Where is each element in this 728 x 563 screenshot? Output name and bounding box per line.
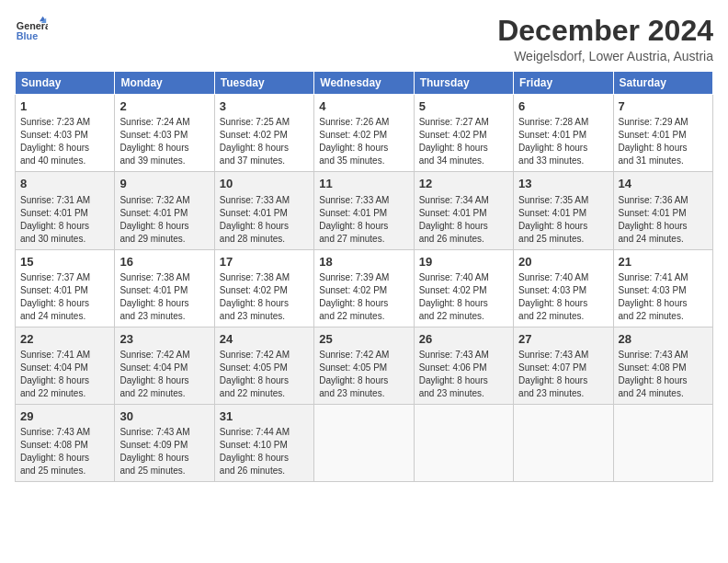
day-info: Sunrise: 7:23 AM <box>20 116 109 129</box>
day-number: 13 <box>518 176 608 192</box>
day-info: Daylight: 8 hours <box>419 220 508 233</box>
day-info: Sunset: 4:08 PM <box>20 439 109 452</box>
day-info: and 29 minutes. <box>119 233 209 246</box>
day-info: Sunrise: 7:42 AM <box>319 349 408 362</box>
day-info: and 22 minutes. <box>319 310 408 323</box>
day-info: Sunset: 4:01 PM <box>518 207 608 220</box>
day-number: 25 <box>319 331 408 348</box>
day-info: Daylight: 8 hours <box>20 297 109 310</box>
day-info: Sunset: 4:04 PM <box>119 362 209 374</box>
calendar-cell: 16Sunrise: 7:38 AMSunset: 4:01 PMDayligh… <box>115 249 214 327</box>
day-number: 20 <box>518 254 608 270</box>
day-info: Sunset: 4:01 PM <box>619 129 708 142</box>
general-blue-logo-icon: General Blue <box>15 15 48 48</box>
day-number: 3 <box>220 98 309 115</box>
day-info: Sunset: 4:07 PM <box>518 362 608 374</box>
day-info: Sunrise: 7:43 AM <box>119 426 209 439</box>
day-info: and 37 minutes. <box>220 155 309 167</box>
day-info: Sunrise: 7:32 AM <box>119 194 209 207</box>
day-info: Sunset: 4:02 PM <box>220 284 309 297</box>
day-number: 24 <box>220 331 309 348</box>
day-info: Sunrise: 7:36 AM <box>619 194 708 207</box>
day-info: and 27 minutes. <box>319 233 408 246</box>
title-block: December 2024 Weigelsdorf, Lower Austria… <box>497 15 713 63</box>
day-info: Daylight: 8 hours <box>20 220 109 233</box>
day-info: Sunset: 4:02 PM <box>319 284 408 297</box>
day-info: Sunset: 4:02 PM <box>419 129 508 142</box>
day-info: Daylight: 8 hours <box>518 374 608 387</box>
day-info: Sunset: 4:01 PM <box>20 284 109 297</box>
day-number: 18 <box>319 254 408 270</box>
page-header: General Blue December 2024 Weigelsdorf, … <box>15 15 713 63</box>
day-info: Sunrise: 7:40 AM <box>419 271 508 284</box>
calendar-cell: 29Sunrise: 7:43 AMSunset: 4:08 PMDayligh… <box>16 404 115 481</box>
day-number: 27 <box>518 331 608 348</box>
day-info: Daylight: 8 hours <box>119 374 209 387</box>
day-info: and 40 minutes. <box>20 155 109 167</box>
header-monday: Monday <box>115 72 214 95</box>
day-info: Sunrise: 7:44 AM <box>220 426 309 439</box>
day-info: Sunset: 4:04 PM <box>20 362 109 374</box>
day-info: Sunset: 4:03 PM <box>119 129 209 142</box>
day-info: and 22 minutes. <box>119 387 209 400</box>
day-number: 23 <box>119 331 209 348</box>
day-info: Daylight: 8 hours <box>119 297 209 310</box>
calendar-cell: 13Sunrise: 7:35 AMSunset: 4:01 PMDayligh… <box>514 172 613 249</box>
day-info: Sunrise: 7:24 AM <box>119 116 209 129</box>
header-sunday: Sunday <box>16 72 115 95</box>
calendar-cell: 6Sunrise: 7:28 AMSunset: 4:01 PMDaylight… <box>514 95 613 172</box>
day-info: Sunset: 4:09 PM <box>119 439 209 452</box>
calendar-week-row: 15Sunrise: 7:37 AMSunset: 4:01 PMDayligh… <box>16 249 713 327</box>
calendar-cell: 9Sunrise: 7:32 AMSunset: 4:01 PMDaylight… <box>115 172 214 249</box>
day-number: 5 <box>419 98 508 115</box>
day-info: Sunset: 4:03 PM <box>619 284 708 297</box>
calendar-cell <box>514 404 613 481</box>
day-info: Daylight: 8 hours <box>220 374 309 387</box>
day-info: and 26 minutes. <box>220 465 309 477</box>
day-info: Sunset: 4:01 PM <box>319 207 408 220</box>
day-number: 15 <box>20 254 109 270</box>
day-number: 2 <box>119 98 209 115</box>
day-info: Daylight: 8 hours <box>119 142 209 155</box>
calendar-cell: 5Sunrise: 7:27 AMSunset: 4:02 PMDaylight… <box>414 95 513 172</box>
calendar-table: SundayMondayTuesdayWednesdayThursdayFrid… <box>15 71 713 482</box>
day-info: Sunset: 4:01 PM <box>619 207 708 220</box>
day-number: 10 <box>220 176 309 192</box>
day-info: Sunrise: 7:35 AM <box>518 194 608 207</box>
day-info: and 24 minutes. <box>619 233 708 246</box>
calendar-cell: 28Sunrise: 7:43 AMSunset: 4:08 PMDayligh… <box>613 327 712 404</box>
day-info: Sunrise: 7:28 AM <box>518 116 608 129</box>
day-info: Sunrise: 7:43 AM <box>20 426 109 439</box>
calendar-cell: 15Sunrise: 7:37 AMSunset: 4:01 PMDayligh… <box>16 249 115 327</box>
calendar-cell: 18Sunrise: 7:39 AMSunset: 4:02 PMDayligh… <box>314 249 414 327</box>
day-info: Sunrise: 7:42 AM <box>119 349 209 362</box>
day-info: Daylight: 8 hours <box>220 297 309 310</box>
calendar-cell: 4Sunrise: 7:26 AMSunset: 4:02 PMDaylight… <box>314 95 414 172</box>
day-info: Daylight: 8 hours <box>220 220 309 233</box>
day-info: and 24 minutes. <box>20 310 109 323</box>
day-info: Sunset: 4:02 PM <box>319 129 408 142</box>
calendar-cell: 10Sunrise: 7:33 AMSunset: 4:01 PMDayligh… <box>214 172 313 249</box>
day-number: 9 <box>119 176 209 192</box>
day-info: Sunset: 4:08 PM <box>619 362 708 374</box>
day-info: Daylight: 8 hours <box>319 142 408 155</box>
day-info: and 22 minutes. <box>220 387 309 400</box>
day-info: and 23 minutes. <box>419 387 508 400</box>
day-info: Sunset: 4:01 PM <box>518 129 608 142</box>
day-info: and 34 minutes. <box>419 155 508 167</box>
header-tuesday: Tuesday <box>214 72 313 95</box>
day-info: Daylight: 8 hours <box>319 297 408 310</box>
day-number: 12 <box>419 176 508 192</box>
day-info: Sunrise: 7:43 AM <box>619 349 708 362</box>
day-info: and 25 minutes. <box>119 465 209 477</box>
day-info: and 25 minutes. <box>20 465 109 477</box>
day-number: 29 <box>20 408 109 425</box>
day-info: Sunset: 4:03 PM <box>518 284 608 297</box>
day-info: Daylight: 8 hours <box>119 220 209 233</box>
day-info: Daylight: 8 hours <box>619 297 708 310</box>
day-info: Sunset: 4:10 PM <box>220 439 309 452</box>
day-info: Daylight: 8 hours <box>20 142 109 155</box>
calendar-week-row: 22Sunrise: 7:41 AMSunset: 4:04 PMDayligh… <box>16 327 713 404</box>
day-info: Sunrise: 7:33 AM <box>220 194 309 207</box>
day-info: Daylight: 8 hours <box>220 452 309 465</box>
